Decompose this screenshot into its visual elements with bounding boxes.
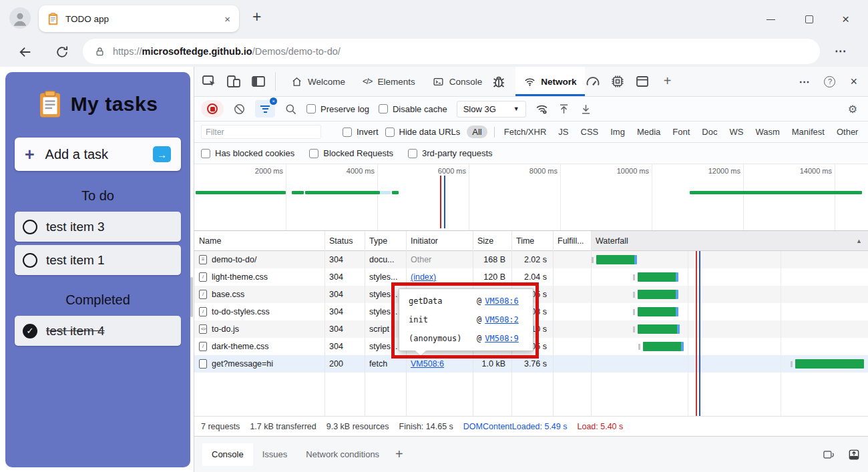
address-bar[interactable]: https://microsoftedge.github.io/Demos/de… [83,39,820,64]
drawer-more-tools-icon[interactable]: + [395,447,403,462]
window-close-icon[interactable]: × [842,12,849,27]
hide-data-urls-checkbox[interactable]: Hide data URLs [385,127,461,137]
initiator-link[interactable]: VM508:6 [411,359,444,369]
column-header-time[interactable]: Time [511,236,553,246]
waterfall-bar[interactable] [795,359,864,369]
browser-tab[interactable]: TODO app × [39,5,239,32]
maximize-icon[interactable] [805,15,813,23]
tab-welcome[interactable]: Welcome [282,67,354,96]
clear-icon[interactable] [233,103,246,115]
checkbox-icon[interactable] [343,128,352,137]
bug-icon[interactable] [491,73,507,89]
column-header-size[interactable]: Size [473,236,511,246]
filter-pill[interactable]: Img [608,126,628,138]
task-checkbox-checked[interactable]: ✓ [23,324,37,338]
source-link[interactable]: VM508:2 [485,315,519,324]
task-checkbox[interactable] [23,253,37,268]
back-icon[interactable] [18,45,33,59]
waterfall-bar[interactable] [638,324,678,334]
column-header-name[interactable]: Name [194,236,324,246]
page-scrollbar-thumb[interactable] [190,277,193,317]
memory-icon[interactable] [610,73,626,89]
drawer-tab-console[interactable]: Console [202,443,253,466]
filter-toggle-icon[interactable]: × [255,100,275,117]
task-item-completed[interactable]: ✓ test item 4 [15,316,181,346]
browser-menu-icon[interactable]: ⋯ [835,44,847,58]
third-party-requests-checkbox[interactable]: 3rd-party requests [408,148,493,158]
devtools-menu-icon[interactable]: ⋯ [799,75,809,88]
checkbox-icon[interactable] [379,104,388,113]
help-icon[interactable]: ? [824,76,835,87]
task-item[interactable]: test item 3 [15,212,181,242]
column-header-initiator[interactable]: Initiator [406,236,473,246]
filter-input[interactable] [201,125,321,139]
blocked-requests-checkbox[interactable]: Blocked Requests [309,148,393,158]
table-row-selected[interactable]: get?message=hi 200 fetch VM508:6 1.0 kB … [194,355,868,373]
filter-pill[interactable]: Font [670,126,692,138]
network-conditions-icon[interactable] [535,103,548,115]
source-link[interactable]: VM508:6 [485,296,519,306]
throttling-select[interactable]: Slow 3G▼ [457,101,526,117]
filter-pill[interactable]: JS [556,126,571,138]
has-blocked-cookies-checkbox[interactable]: Has blocked cookies [201,148,294,158]
device-toolbar-icon[interactable] [226,73,242,89]
application-icon[interactable] [634,73,650,89]
table-row[interactable]: /light-theme.css 304 styles... (index) 1… [194,268,868,286]
tab-elements[interactable]: </> Elements [354,67,424,96]
record-button[interactable] [201,100,224,117]
dock-side-icon[interactable] [250,73,266,89]
column-header-waterfall[interactable]: Waterfall ▲ [591,231,868,250]
search-icon[interactable] [284,103,297,115]
initiator-link[interactable]: (index) [411,272,436,282]
column-divider[interactable] [591,231,592,416]
waterfall-bar[interactable] [643,342,682,351]
devtools-close-icon[interactable]: × [850,75,857,89]
lock-icon[interactable] [95,47,105,57]
filter-pill[interactable]: Fetch/XHR [501,126,550,138]
column-divider[interactable] [365,231,365,416]
task-item[interactable]: test item 1 [15,245,181,275]
waterfall-bar[interactable] [638,272,676,282]
filter-pill[interactable]: Wasm [752,126,782,138]
checkbox-icon[interactable] [408,149,417,158]
tab-console[interactable]: Console [424,67,491,96]
expand-drawer-icon[interactable] [847,448,861,461]
column-header-status[interactable]: Status [324,236,365,246]
performance-icon[interactable] [585,73,601,89]
preserve-log-checkbox[interactable]: Preserve log [306,104,369,114]
dock-drawer-icon[interactable] [822,448,835,461]
network-overview-timeline[interactable]: 2000 ms 4000 ms 6000 ms 8000 ms 10000 ms… [194,164,868,231]
filter-pill[interactable]: CSS [578,126,602,138]
tab-network[interactable]: Network [515,67,585,96]
task-checkbox[interactable] [23,220,37,234]
filter-pill[interactable]: Other [834,126,861,138]
column-divider[interactable] [553,231,554,416]
inspect-element-icon[interactable] [201,73,217,89]
add-task-input[interactable]: Add a task [45,147,109,162]
filter-pill[interactable]: Doc [699,126,720,138]
waterfall-bar[interactable] [638,307,676,316]
drawer-tab-issues[interactable]: Issues [253,443,297,466]
column-header-type[interactable]: Type [365,236,406,246]
export-har-icon[interactable] [580,103,592,115]
checkbox-icon[interactable] [306,104,316,113]
filter-pill[interactable]: WS [726,126,746,138]
add-task-form[interactable]: + Add a task → [15,138,181,171]
column-divider[interactable] [324,231,325,416]
submit-task-button[interactable]: → [153,146,171,162]
waterfall-bar[interactable] [638,290,676,299]
checkbox-icon[interactable] [309,149,318,158]
filter-pill[interactable]: Manifest [789,126,827,138]
minimize-icon[interactable] [767,19,775,20]
network-settings-gear-icon[interactable]: ⚙ [848,103,861,115]
invert-checkbox[interactable]: Invert [343,127,379,137]
more-tabs-icon[interactable]: + [659,73,675,89]
profile-avatar[interactable] [9,7,31,29]
import-har-icon[interactable] [558,103,570,115]
table-row[interactable]: ≡demo-to-do/ 304 docu... Other 168 B 2.0… [194,251,868,268]
filter-pill[interactable]: Media [634,126,663,138]
checkbox-icon[interactable] [201,149,210,158]
tab-close-icon[interactable]: × [224,13,230,25]
checkbox-icon[interactable] [385,128,395,137]
waterfall-bar[interactable] [596,255,635,264]
